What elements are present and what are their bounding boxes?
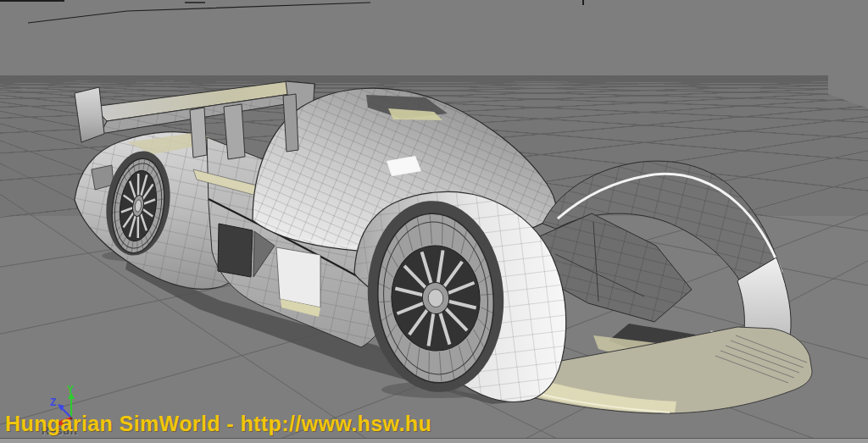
side-intake-opening xyxy=(218,224,253,277)
axis-z-label: Z xyxy=(50,396,56,408)
watermark-text: Hungarian SimWorld - http://www.hsw.hu xyxy=(5,412,431,436)
side-duct-bright xyxy=(276,247,320,307)
viewport-bottom-edge xyxy=(0,438,868,443)
axis-y-label: Y xyxy=(67,384,74,396)
wing-pylon-1 xyxy=(190,108,207,158)
3d-viewport[interactable]: Y Z Result Hungarian SimWorld - http://w… xyxy=(0,0,868,443)
wing-pylon-2 xyxy=(224,104,245,159)
